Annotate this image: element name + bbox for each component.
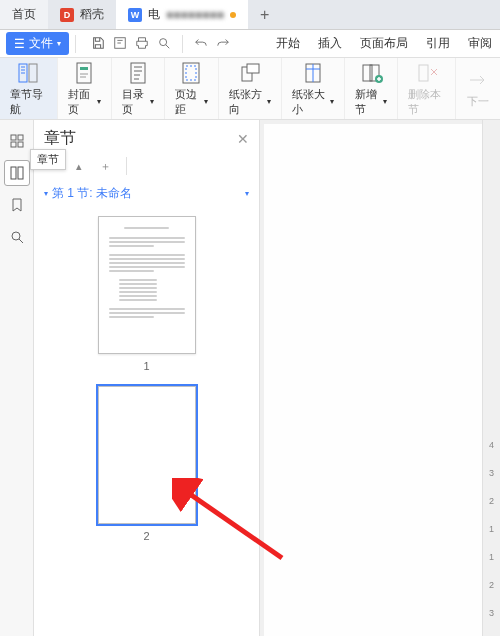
- file-menu-button[interactable]: ☰ 文件 ▾: [6, 32, 69, 55]
- delete-section-button[interactable]: 删除本节: [398, 58, 456, 119]
- chevron-down-icon: ▾: [383, 97, 387, 106]
- section-item[interactable]: ▾ 第 1 节: 未命名 ▾: [34, 181, 259, 206]
- tab-document[interactable]: W 电 ■■■■■■■■: [116, 0, 248, 29]
- new-section-button[interactable]: 新增节▾: [345, 58, 399, 119]
- chevron-down-icon[interactable]: ▾: [245, 189, 249, 198]
- page-margin-button[interactable]: 页边距▾: [165, 58, 219, 119]
- bookmark-icon[interactable]: [4, 192, 30, 218]
- menu-references[interactable]: 引用: [418, 35, 458, 52]
- chapter-navigation-button[interactable]: 章节导航: [0, 58, 58, 119]
- svg-rect-4: [77, 63, 91, 83]
- chevron-down-icon: ▾: [267, 97, 271, 106]
- tab-daoqiao[interactable]: D 稻壳: [48, 0, 116, 29]
- preview-icon[interactable]: [156, 35, 172, 51]
- new-section-icon: [359, 61, 383, 85]
- daoqiao-icon: D: [60, 8, 74, 22]
- menu-page-layout[interactable]: 页面布局: [352, 35, 416, 52]
- svg-rect-12: [363, 65, 372, 81]
- page-margin-icon: [179, 61, 203, 85]
- document-page[interactable]: [264, 124, 482, 636]
- separator: [126, 157, 127, 175]
- add-icon[interactable]: ＋: [96, 157, 114, 175]
- save-icon[interactable]: [90, 35, 106, 51]
- svg-rect-19: [18, 142, 23, 147]
- svg-rect-8: [186, 66, 196, 80]
- document-area[interactable]: 4 3 2 1 1 2 3 4 5: [260, 120, 500, 636]
- menu-review[interactable]: 审阅: [460, 35, 500, 52]
- separator: [182, 35, 183, 53]
- cover-page-icon: [72, 61, 96, 85]
- page-thumbnail-1[interactable]: [98, 216, 196, 354]
- separator: [75, 35, 76, 53]
- svg-rect-17: [18, 135, 23, 140]
- section-label: 第 1 节: 未命名: [52, 185, 132, 202]
- delete-section-icon: [415, 61, 439, 85]
- svg-rect-10: [247, 64, 259, 73]
- page-number: 1: [143, 360, 149, 372]
- chevron-down-icon: ▾: [44, 189, 48, 198]
- vertical-ruler: 4 3 2 1 1 2 3 4 5: [482, 120, 500, 636]
- redo-icon[interactable]: [215, 35, 231, 51]
- chapter-icon[interactable]: [4, 160, 30, 186]
- tab-home-label: 首页: [12, 6, 36, 23]
- svg-point-1: [160, 38, 167, 45]
- svg-rect-18: [11, 142, 16, 147]
- new-tab-button[interactable]: +: [248, 6, 281, 24]
- close-panel-icon[interactable]: ✕: [237, 131, 249, 147]
- svg-point-22: [12, 232, 20, 240]
- panel-title: 章节: [44, 128, 76, 149]
- tab-daoqiao-label: 稻壳: [80, 6, 104, 23]
- chevron-down-icon: ▾: [330, 97, 334, 106]
- unsaved-indicator-icon: [230, 12, 236, 18]
- svg-rect-21: [18, 167, 23, 179]
- svg-rect-16: [11, 135, 16, 140]
- undo-icon[interactable]: [193, 35, 209, 51]
- menu-insert[interactable]: 插入: [310, 35, 350, 52]
- chevron-down-icon: ▾: [57, 39, 61, 48]
- toc-icon: [126, 61, 150, 85]
- chapter-nav-icon: [16, 61, 40, 85]
- tab-doc-label: 电: [148, 6, 160, 23]
- page-number: 2: [143, 530, 149, 542]
- next-section-icon: [466, 68, 490, 92]
- toc-page-button[interactable]: 目录页▾: [112, 58, 166, 119]
- chapter-tooltip: 章节: [30, 149, 66, 170]
- chevron-down-icon: ▾: [97, 97, 101, 106]
- svg-rect-20: [11, 167, 16, 179]
- svg-rect-15: [419, 65, 428, 81]
- svg-rect-5: [80, 67, 88, 70]
- word-doc-icon: W: [128, 8, 142, 22]
- hamburger-icon: ☰: [14, 37, 25, 51]
- print-preview-icon[interactable]: [112, 35, 128, 51]
- tab-doc-label-hidden: ■■■■■■■■: [166, 8, 224, 22]
- svg-rect-3: [29, 64, 37, 82]
- tab-home[interactable]: 首页: [0, 0, 48, 29]
- search-icon[interactable]: [4, 224, 30, 250]
- next-section-button[interactable]: 下一: [456, 58, 500, 119]
- orientation-icon: [238, 61, 262, 85]
- svg-rect-6: [131, 63, 145, 83]
- print-icon[interactable]: [134, 35, 150, 51]
- cover-page-button[interactable]: 封面页▾: [58, 58, 112, 119]
- orientation-button[interactable]: 纸张方向▾: [219, 58, 282, 119]
- expand-icon[interactable]: ▴: [70, 157, 88, 175]
- chevron-down-icon: ▾: [204, 97, 208, 106]
- chevron-down-icon: ▾: [150, 97, 154, 106]
- menu-begin[interactable]: 开始: [268, 35, 308, 52]
- paper-size-icon: [301, 61, 325, 85]
- page-thumbnail-2[interactable]: [98, 386, 196, 524]
- thumbnail-icon[interactable]: [4, 128, 30, 154]
- paper-size-button[interactable]: 纸张大小▾: [282, 58, 345, 119]
